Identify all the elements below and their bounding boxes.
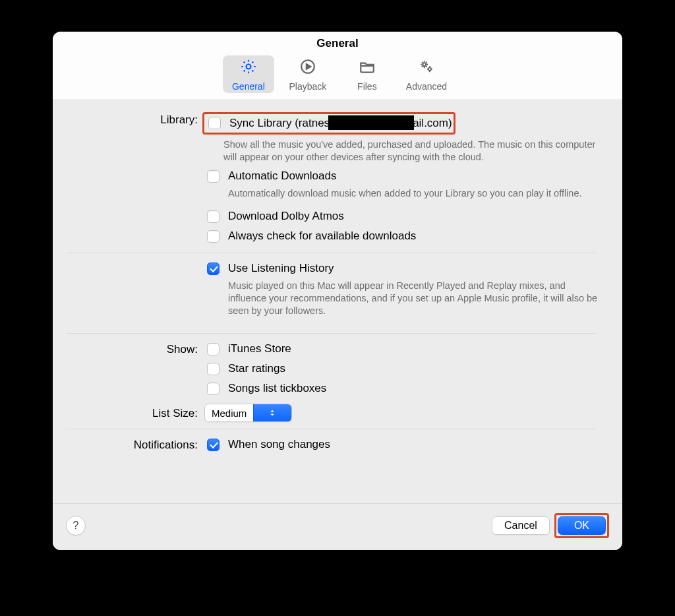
section-show: Show: iTunes Store Star ratings Songs li…: [53, 342, 609, 404]
label-itunes-store: iTunes Store: [228, 342, 291, 356]
sync-label-post: ail.com): [413, 117, 452, 129]
checkbox-itunes-store[interactable]: [207, 343, 220, 355]
tab-general[interactable]: General: [223, 55, 274, 93]
tab-advanced-label: Advanced: [406, 81, 447, 92]
label-song-tickboxes: Songs list tickboxes: [228, 381, 326, 396]
ok-button[interactable]: OK: [558, 516, 606, 535]
checkbox-star-ratings[interactable]: [207, 363, 220, 375]
footer: ? Cancel OK: [53, 503, 622, 550]
checkbox-song-tickboxes[interactable]: [207, 383, 220, 395]
desc-listening-history: Music played on this Mac will appear in …: [228, 276, 602, 323]
preferences-window: General General Playback: [53, 32, 622, 550]
tab-playback-label: Playback: [289, 81, 326, 92]
highlight-ok-button: OK: [554, 513, 609, 538]
section-label-list-size: List Size:: [53, 406, 204, 420]
divider: [66, 429, 596, 429]
checkbox-dolby-atmos[interactable]: [207, 210, 220, 223]
label-star-ratings: Star ratings: [228, 361, 285, 376]
folder-icon: [359, 58, 376, 78]
select-list-size[interactable]: Medium: [204, 404, 292, 422]
desc-automatic-downloads: Automatically download music when added …: [228, 183, 582, 205]
redaction-block: [328, 115, 414, 130]
select-list-size-value: Medium: [205, 408, 253, 419]
section-listening: Use Listening History Music played on th…: [53, 261, 609, 326]
tab-files-label: Files: [357, 81, 377, 92]
play-icon: [299, 58, 316, 78]
highlight-sync-library: Sync Library (ratnesail.com): [202, 112, 455, 135]
tab-playback[interactable]: Playback: [282, 55, 334, 93]
checkbox-song-changes[interactable]: [207, 439, 220, 451]
label-sync-library: Sync Library (ratnesail.com): [229, 115, 452, 131]
window-title: General: [316, 37, 358, 50]
checkbox-sync-library[interactable]: [208, 117, 221, 129]
divider: [66, 333, 596, 334]
checkbox-always-check-downloads[interactable]: [207, 230, 220, 243]
label-dolby-atmos: Download Dolby Atmos: [228, 209, 344, 224]
preferences-toolbar: General Playback Files: [53, 55, 622, 100]
checkbox-listening-history[interactable]: [207, 262, 220, 275]
label-always-check-downloads: Always check for available downloads: [228, 229, 416, 243]
sync-label-pre: Sync Library (ratnes: [229, 117, 330, 129]
section-list-size: List Size: Medium: [53, 404, 609, 422]
tab-advanced[interactable]: Advanced: [401, 55, 452, 93]
cancel-button[interactable]: Cancel: [492, 516, 550, 535]
section-label-library: Library:: [53, 112, 204, 127]
preferences-body: Library: Sync Library (ratnesail.com) Sh…: [53, 100, 622, 503]
section-library: Library: Sync Library (ratnesail.com) Sh…: [53, 112, 609, 246]
label-listening-history: Use Listening History: [228, 261, 602, 276]
section-label-notifications: Notifications:: [53, 437, 204, 452]
label-automatic-downloads: Automatic Downloads: [228, 169, 582, 183]
label-song-changes: When song changes: [228, 437, 330, 452]
tab-files[interactable]: Files: [341, 55, 393, 93]
gear-icon: [240, 58, 257, 78]
gears-icon: [418, 58, 435, 78]
checkbox-automatic-downloads[interactable]: [207, 170, 220, 183]
section-notifications: Notifications: When song changes: [53, 437, 609, 457]
divider: [66, 253, 596, 253]
svg-point-2: [423, 63, 426, 66]
svg-point-0: [246, 65, 250, 69]
tab-general-label: General: [232, 81, 265, 92]
section-label-show: Show:: [53, 342, 204, 356]
chevron-up-down-icon: [253, 404, 291, 422]
titlebar: General: [53, 32, 622, 55]
desc-sync-library: Show all the music you've added, purchas…: [204, 135, 602, 169]
help-button[interactable]: ?: [66, 516, 86, 536]
svg-point-3: [428, 68, 431, 71]
